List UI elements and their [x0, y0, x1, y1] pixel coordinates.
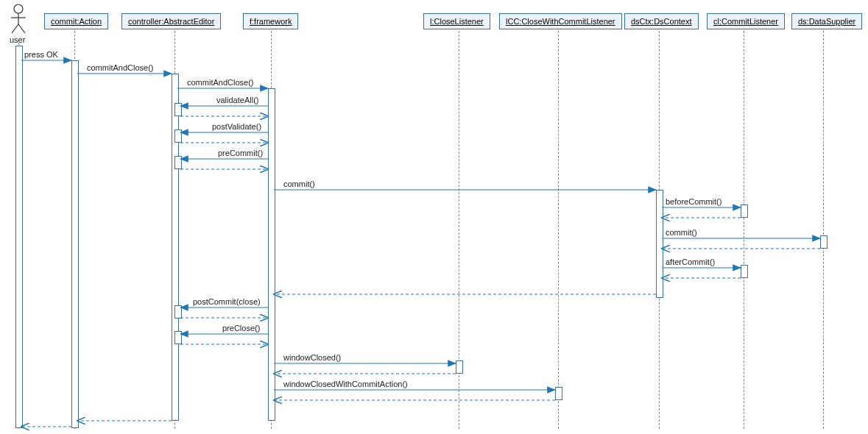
msg-validate-all: validateAll() — [216, 96, 258, 104]
msg-commit-and-close-2: commitAndClose() — [187, 78, 253, 87]
msg-window-closed-commit: windowClosedWithCommitAction() — [283, 380, 408, 388]
msg-pre-close: preClose() — [222, 324, 260, 332]
msg-commit-ds: commit() — [666, 228, 697, 237]
msg-post-validate: postValidate() — [212, 122, 261, 131]
msg-before-commit: beforeCommit() — [666, 197, 721, 206]
msg-after-commit: afterCommit() — [666, 257, 715, 266]
msg-commit-and-close-1: commitAndClose() — [87, 63, 153, 72]
msg-pre-commit: preCommit() — [218, 149, 263, 157]
msg-commit: commit() — [283, 179, 315, 188]
msg-press-ok: press OK — [24, 50, 58, 59]
msg-post-commit: postCommit(close) — [193, 297, 261, 306]
msg-window-closed: windowClosed() — [283, 353, 341, 362]
